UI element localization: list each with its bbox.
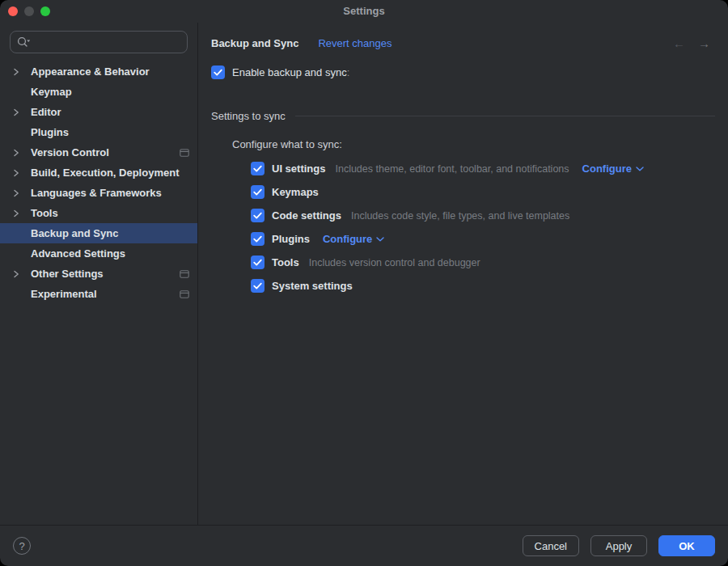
content-header: Backup and Sync Revert changes ← → [211, 34, 715, 52]
sync-item-row-plugins: Plugins Configure [251, 227, 715, 251]
checkbox-checked[interactable] [251, 256, 265, 269]
sidebar-item-tools[interactable]: Tools [0, 203, 197, 223]
sync-item-row-code-settings: Code settings Includes code style, file … [251, 204, 715, 227]
sync-item-label: UI settings [272, 163, 325, 175]
sidebar-item-label: Appearance & Behavior [31, 65, 150, 78]
chevron-right-icon[interactable] [13, 68, 24, 76]
sidebar-item-label: Keymap [31, 86, 72, 98]
checkbox-checked[interactable] [251, 185, 265, 199]
forward-arrow-icon[interactable]: → [698, 36, 710, 50]
sync-items-list: UI settings Includes theme, editor font,… [251, 157, 715, 298]
body: Appearance & Behavior Keymap Editor Plug… [0, 23, 728, 525]
sync-item-hint: Includes version control and debugger [309, 257, 480, 268]
search-box[interactable] [10, 31, 188, 53]
zoom-button[interactable] [40, 6, 50, 16]
sidebar-item-label: Version Control [31, 146, 109, 158]
sidebar-item-editor[interactable]: Editor [0, 102, 197, 122]
sidebar-item-label: Editor [31, 106, 61, 118]
sidebar-item-label: Advanced Settings [31, 247, 125, 260]
chevron-right-icon[interactable] [13, 149, 24, 157]
configure-what-to-sync-label: Configure what to sync: [232, 138, 715, 150]
settings-sidebar: Appearance & Behavior Keymap Editor Plug… [0, 23, 198, 525]
sync-item-row-tools: Tools Includes version control and debug… [251, 251, 715, 274]
titlebar: Settings [0, 0, 728, 23]
sync-item-row-keymaps: Keymaps [251, 180, 715, 204]
chevron-right-icon[interactable] [13, 169, 24, 177]
chevron-right-icon[interactable] [13, 189, 24, 197]
search-input[interactable] [34, 36, 181, 49]
chevron-right-icon[interactable] [13, 270, 24, 278]
sidebar-item-label: Tools [31, 207, 58, 219]
sync-item-row-system-settings: System settings [251, 274, 715, 298]
checkbox-checked[interactable] [251, 162, 265, 175]
footer-buttons: Cancel Apply OK [523, 535, 715, 556]
window-icon [180, 270, 189, 278]
sidebar-item-experimental[interactable]: Experimental [0, 284, 197, 304]
sidebar-item-build-execution-deployment[interactable]: Build, Execution, Deployment [0, 163, 197, 183]
window-icon [180, 149, 189, 157]
close-button[interactable] [8, 6, 18, 16]
help-button[interactable]: ? [13, 537, 31, 555]
sync-item-label: System settings [272, 280, 353, 292]
checkbox-checked[interactable] [251, 232, 265, 246]
sync-item-row-ui-settings: UI settings Includes theme, editor font,… [251, 157, 715, 180]
window-title: Settings [0, 0, 728, 23]
footer-bar: ? Cancel Apply OK [0, 525, 728, 566]
checkbox-checked[interactable] [211, 65, 225, 79]
back-arrow-icon[interactable]: ← [673, 36, 685, 50]
sync-item-hint: Includes code style, file types, and liv… [351, 210, 569, 222]
sidebar-list: Appearance & Behavior Keymap Editor Plug… [0, 61, 197, 304]
sidebar-item-other-settings[interactable]: Other Settings [0, 264, 197, 284]
sidebar-item-version-control[interactable]: Version Control [0, 142, 197, 163]
search-icon[interactable] [16, 36, 31, 49]
chevron-right-icon[interactable] [13, 209, 24, 218]
ok-button[interactable]: OK [658, 535, 715, 556]
configure-dropdown-link[interactable]: Configure [323, 233, 384, 245]
apply-button[interactable]: Apply [590, 535, 647, 556]
section-settings-to-sync: Settings to sync [211, 110, 715, 122]
sync-item-label: Tools [272, 256, 299, 268]
sidebar-item-backup-and-sync[interactable]: Backup and Sync [0, 223, 197, 243]
sidebar-item-keymap[interactable]: Keymap [0, 82, 197, 102]
minimize-button[interactable] [24, 6, 34, 16]
checkbox-checked[interactable] [251, 209, 265, 222]
sidebar-item-label: Backup and Sync [31, 227, 118, 239]
sidebar-item-label: Build, Execution, Deployment [31, 167, 179, 179]
sidebar-item-label: Plugins [31, 126, 69, 138]
cancel-button[interactable]: Cancel [523, 535, 579, 556]
sync-item-label: Code settings [272, 209, 341, 222]
revert-changes-link[interactable]: Revert changes [318, 37, 392, 49]
sidebar-item-label: Experimental [31, 288, 97, 300]
settings-content: Backup and Sync Revert changes ← → Enabl… [198, 23, 728, 525]
sidebar-item-languages-frameworks[interactable]: Languages & Frameworks [0, 183, 197, 203]
sidebar-item-label: Languages & Frameworks [31, 187, 162, 199]
page-title: Backup and Sync [211, 37, 298, 49]
sync-item-label: Plugins [272, 233, 310, 245]
traffic-lights [8, 0, 50, 23]
sync-item-hint: Includes theme, editor font, toolbar, an… [335, 163, 569, 175]
sidebar-item-advanced-settings[interactable]: Advanced Settings [0, 243, 197, 264]
sync-item-label: Keymaps [272, 186, 319, 198]
sidebar-item-plugins[interactable]: Plugins [0, 122, 197, 142]
sidebar-item-appearance-behavior[interactable]: Appearance & Behavior [0, 61, 197, 82]
settings-window: Settings Appearance & Behavior [0, 0, 728, 566]
checkbox-checked[interactable] [251, 279, 265, 293]
window-icon [180, 290, 189, 298]
sidebar-item-label: Other Settings [31, 268, 104, 280]
enable-backup-row: Enable backup and sync: [211, 65, 715, 79]
section-title: Settings to sync [211, 110, 286, 122]
configure-dropdown-link[interactable]: Configure [582, 163, 644, 175]
section-divider [295, 116, 715, 116]
enable-backup-suffix: : [347, 66, 350, 78]
history-nav: ← → [673, 36, 715, 50]
chevron-right-icon[interactable] [13, 108, 24, 116]
enable-backup-label: Enable backup and sync [232, 66, 347, 78]
